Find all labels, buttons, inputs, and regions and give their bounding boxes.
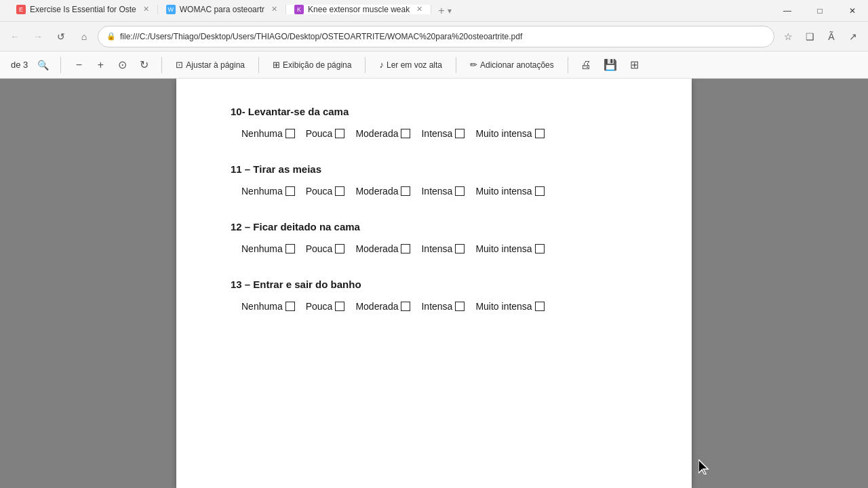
- separator-2: [161, 57, 162, 73]
- lock-icon: 🔒: [106, 32, 116, 41]
- q13-label-pouca: Pouca: [306, 301, 333, 312]
- tab-icon-knee: K: [294, 5, 304, 14]
- q12-label-muito: Muito intensa: [475, 243, 532, 254]
- q13-label-muito: Muito intensa: [475, 301, 532, 312]
- q13-label-intensa: Intensa: [421, 301, 452, 312]
- read-aloud-icon[interactable]: Ã: [822, 27, 841, 46]
- tab-list-icon[interactable]: ▾: [448, 6, 452, 16]
- save-button[interactable]: 💾: [601, 56, 620, 75]
- maximize-button[interactable]: □: [804, 0, 835, 22]
- q13-check-pouca[interactable]: [335, 302, 344, 311]
- tab-knee[interactable]: K Knee extensor muscle weak ✕: [286, 5, 431, 14]
- exibicao-button[interactable]: ⊞ Exibição de página: [267, 57, 357, 73]
- ler-label: Ler em voz alta: [387, 60, 442, 70]
- collections-button[interactable]: ❑: [800, 27, 819, 46]
- refresh-button[interactable]: ↺: [52, 27, 71, 46]
- q10-option-moderada: Moderada: [355, 128, 410, 139]
- q13-check-muito[interactable]: [535, 302, 545, 311]
- q12-check-pouca[interactable]: [335, 244, 344, 253]
- star-button[interactable]: ☆: [778, 27, 797, 46]
- q11-option-pouca: Pouca: [306, 186, 345, 197]
- zoom-in-button[interactable]: +: [91, 56, 110, 75]
- question-11-options: Nenhuma Pouca Moderada Intensa: [241, 186, 637, 197]
- question-13-options: Nenhuma Pouca Moderada Intensa: [241, 301, 637, 312]
- q10-check-intensa[interactable]: [455, 129, 465, 138]
- q13-option-muito: Muito intensa: [475, 301, 544, 312]
- q10-check-pouca[interactable]: [335, 129, 344, 138]
- q11-check-nenhuma[interactable]: [285, 186, 295, 196]
- q13-label-moderada: Moderada: [355, 301, 398, 312]
- q10-option-muito: Muito intensa: [475, 128, 544, 139]
- add-tab-button[interactable]: + ▾: [431, 5, 458, 17]
- tab-icon-exercise: E: [16, 5, 26, 14]
- question-10: 10- Levantar-se da cama Nenhuma Pouca Mo…: [231, 106, 637, 139]
- separator-3: [258, 57, 259, 73]
- q13-check-intensa[interactable]: [455, 302, 465, 311]
- ajustar-icon: ⊡: [176, 60, 183, 70]
- q13-label-nenhuma: Nenhuma: [241, 301, 283, 312]
- pdf-page: 10- Levantar-se da cama Nenhuma Pouca Mo…: [176, 79, 692, 488]
- question-12-title: 12 – Ficar deitado na cama: [231, 221, 637, 232]
- q12-check-muito[interactable]: [535, 244, 545, 253]
- adicionar-label: Adicionar anotações: [480, 60, 554, 70]
- adicionar-button[interactable]: ✏ Adicionar anotações: [465, 57, 559, 73]
- separator-5: [456, 57, 456, 73]
- share-button[interactable]: ↗: [844, 27, 863, 46]
- q10-check-muito[interactable]: [535, 129, 545, 138]
- q12-label-moderada: Moderada: [355, 243, 398, 254]
- main-area: 10- Levantar-se da cama Nenhuma Pouca Mo…: [0, 79, 868, 488]
- pdf-toolbar: de 3 🔍 − + ⊙ ↻ ⊡ Ajustar à página ⊞ Exib…: [0, 52, 868, 79]
- tab-womac[interactable]: W WOMAC para osteoartr ✕: [158, 5, 286, 14]
- q12-option-moderada: Moderada: [355, 243, 410, 254]
- q13-option-pouca: Pouca: [306, 301, 345, 312]
- q12-check-moderada[interactable]: [401, 244, 410, 253]
- q11-check-pouca[interactable]: [335, 186, 344, 196]
- adicionar-icon: ✏: [470, 60, 477, 70]
- q10-check-nenhuma[interactable]: [285, 129, 295, 138]
- q10-label-moderada: Moderada: [355, 128, 398, 139]
- tab-exercise[interactable]: E Exercise Is Essential for Oste ✕: [8, 5, 158, 14]
- page-current: de 3: [11, 60, 28, 70]
- close-button[interactable]: ✕: [837, 0, 868, 22]
- more-button[interactable]: ⊞: [625, 56, 644, 75]
- ler-button[interactable]: ♪ Ler em voz alta: [374, 57, 448, 73]
- ajustar-button[interactable]: ⊡ Ajustar à página: [170, 57, 250, 73]
- tabs-area: E Exercise Is Essential for Oste ✕ W WOM…: [0, 5, 458, 17]
- q13-check-nenhuma[interactable]: [285, 302, 295, 311]
- q12-check-intensa[interactable]: [455, 244, 465, 253]
- home-button[interactable]: ⌂: [75, 27, 94, 46]
- q11-check-muito[interactable]: [535, 186, 545, 196]
- question-11-title: 11 – Tirar as meias: [231, 163, 637, 175]
- q13-check-moderada[interactable]: [401, 302, 410, 311]
- page-info: de 3: [11, 60, 28, 70]
- q12-label-pouca: Pouca: [306, 243, 333, 254]
- q11-check-moderada[interactable]: [401, 186, 410, 196]
- rotate-button[interactable]: ↻: [134, 56, 153, 75]
- q11-option-nenhuma: Nenhuma: [241, 186, 295, 197]
- tabs-container: E Exercise Is Essential for Oste ✕ W WOM…: [8, 5, 458, 17]
- q11-label-moderada: Moderada: [355, 186, 398, 197]
- q11-check-intensa[interactable]: [455, 186, 465, 196]
- pdf-search-button[interactable]: 🔍: [33, 56, 52, 75]
- ler-icon: ♪: [379, 60, 384, 70]
- q10-label-nenhuma: Nenhuma: [241, 128, 283, 139]
- fit-page-button[interactable]: ⊙: [113, 56, 132, 75]
- tab-close-knee[interactable]: ✕: [416, 5, 422, 14]
- q12-check-nenhuma[interactable]: [285, 244, 295, 253]
- zoom-out-button[interactable]: −: [69, 56, 88, 75]
- back-button[interactable]: ←: [5, 27, 24, 46]
- q11-label-muito: Muito intensa: [475, 186, 532, 197]
- q11-option-muito: Muito intensa: [475, 186, 544, 197]
- question-12: 12 – Ficar deitado na cama Nenhuma Pouca…: [231, 221, 637, 254]
- q10-label-intensa: Intensa: [421, 128, 452, 139]
- minimize-button[interactable]: —: [772, 0, 803, 22]
- print-button[interactable]: 🖨: [576, 56, 595, 75]
- tab-close-womac[interactable]: ✕: [271, 5, 277, 14]
- address-box[interactable]: 🔒 file:///C:/Users/Thiago/Desktop/Users/…: [98, 26, 774, 47]
- tab-close-exercise[interactable]: ✕: [143, 5, 149, 14]
- pdf-content: 10- Levantar-se da cama Nenhuma Pouca Mo…: [0, 79, 868, 488]
- q10-check-moderada[interactable]: [401, 129, 410, 138]
- forward-button[interactable]: →: [28, 27, 47, 46]
- url-text: file:///C:/Users/Thiago/Desktop/Users/TH…: [120, 32, 522, 41]
- addressbar-actions: ☆ ❑ Ã ↗: [778, 27, 863, 46]
